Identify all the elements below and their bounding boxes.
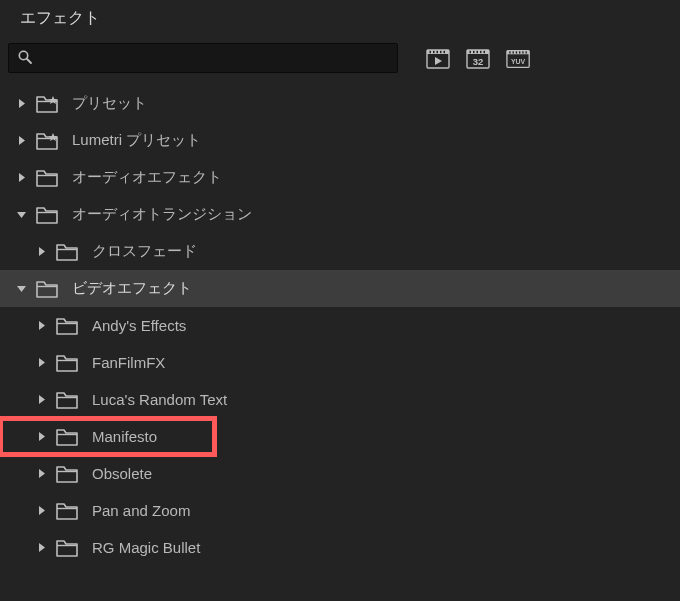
svg-marker-39: [17, 286, 26, 292]
32bit-icon[interactable]: 32: [466, 46, 492, 70]
folder-icon: [56, 243, 80, 261]
svg-marker-41: [39, 321, 45, 330]
svg-rect-20: [509, 51, 510, 53]
svg-rect-13: [473, 51, 475, 53]
tree-item-label: オーディオエフェクト: [72, 168, 222, 187]
svg-marker-45: [39, 395, 45, 404]
svg-rect-16: [484, 51, 486, 53]
tree-row[interactable]: Andy's Effects: [0, 307, 680, 344]
chevron-right-icon[interactable]: [34, 245, 48, 259]
tree-item-label: Obsolete: [92, 465, 152, 482]
svg-marker-43: [39, 358, 45, 367]
chevron-right-icon[interactable]: [14, 134, 28, 148]
chevron-right-icon[interactable]: [34, 430, 48, 444]
svg-rect-24: [522, 51, 523, 53]
svg-rect-12: [470, 51, 472, 53]
tree-row[interactable]: Pan and Zoom: [0, 492, 680, 529]
folder-icon: [56, 391, 80, 409]
folder-icon: [56, 465, 80, 483]
chevron-right-icon[interactable]: [34, 467, 48, 481]
svg-rect-15: [480, 51, 482, 53]
chevron-right-icon[interactable]: [14, 97, 28, 111]
effects-tree: プリセットLumetri プリセットオーディオエフェクトオーディオトランジション…: [0, 83, 680, 566]
tree-item-label: FanFilmFX: [92, 354, 165, 371]
svg-marker-30: [19, 136, 25, 145]
preset-folder-icon: [36, 132, 60, 150]
svg-rect-22: [516, 51, 517, 53]
folder-icon: [36, 206, 60, 224]
svg-marker-51: [39, 506, 45, 515]
toolbar-icons: 32 YUV: [426, 46, 532, 70]
svg-rect-23: [519, 51, 520, 53]
svg-rect-5: [433, 51, 435, 53]
chevron-right-icon[interactable]: [34, 393, 48, 407]
svg-text:32: 32: [473, 56, 484, 67]
svg-marker-27: [19, 99, 25, 108]
svg-marker-37: [39, 247, 45, 256]
tree-item-label: Lumetri プリセット: [72, 131, 201, 150]
tree-row[interactable]: FanFilmFX: [0, 344, 680, 381]
svg-rect-21: [513, 51, 514, 53]
tree-item-label: Luca's Random Text: [92, 391, 227, 408]
tree-item-label: クロスフェード: [92, 242, 197, 261]
svg-rect-25: [526, 51, 527, 53]
svg-line-1: [27, 59, 31, 63]
search-row: 32 YUV: [0, 39, 680, 83]
chevron-right-icon[interactable]: [14, 171, 28, 185]
chevron-right-icon[interactable]: [34, 356, 48, 370]
search-input[interactable]: [39, 50, 389, 66]
folder-icon: [56, 539, 80, 557]
search-box[interactable]: [8, 43, 398, 73]
tree-row[interactable]: オーディオエフェクト: [0, 159, 680, 196]
svg-marker-32: [49, 133, 58, 141]
svg-text:YUV: YUV: [511, 58, 526, 65]
svg-marker-9: [435, 57, 442, 65]
tree-item-label: Andy's Effects: [92, 317, 186, 334]
chevron-right-icon[interactable]: [34, 541, 48, 555]
tree-item-label: Manifesto: [92, 428, 157, 445]
search-icon: [17, 49, 33, 68]
chevron-right-icon[interactable]: [34, 504, 48, 518]
svg-rect-7: [440, 51, 442, 53]
tree-row[interactable]: オーディオトランジション: [0, 196, 680, 233]
tree-row[interactable]: プリセット: [0, 85, 680, 122]
folder-icon: [56, 428, 80, 446]
chevron-right-icon[interactable]: [34, 319, 48, 333]
folder-icon: [36, 169, 60, 187]
folder-icon: [36, 280, 60, 298]
svg-marker-47: [39, 432, 45, 441]
preset-folder-icon: [36, 95, 60, 113]
tree-row[interactable]: ビデオエフェクト: [0, 270, 680, 307]
svg-rect-4: [430, 51, 432, 53]
yuv-icon[interactable]: YUV: [506, 46, 532, 70]
folder-icon: [56, 354, 80, 372]
svg-rect-8: [444, 51, 446, 53]
folder-icon: [56, 317, 80, 335]
tree-row[interactable]: Manifesto: [0, 418, 215, 455]
panel-title: エフェクト: [0, 0, 680, 39]
chevron-down-icon[interactable]: [14, 282, 28, 296]
svg-marker-29: [49, 96, 58, 104]
svg-marker-35: [17, 212, 26, 218]
tree-item-label: オーディオトランジション: [72, 205, 252, 224]
tree-item-label: プリセット: [72, 94, 147, 113]
svg-marker-49: [39, 469, 45, 478]
tree-row[interactable]: Obsolete: [0, 455, 680, 492]
svg-rect-14: [477, 51, 479, 53]
accelerated-effects-icon[interactable]: [426, 46, 452, 70]
tree-item-label: Pan and Zoom: [92, 502, 190, 519]
tree-row[interactable]: Lumetri プリセット: [0, 122, 680, 159]
tree-item-label: ビデオエフェクト: [72, 279, 192, 298]
svg-marker-33: [19, 173, 25, 182]
tree-row[interactable]: クロスフェード: [0, 233, 680, 270]
tree-item-label: RG Magic Bullet: [92, 539, 200, 556]
svg-rect-6: [437, 51, 439, 53]
svg-marker-53: [39, 543, 45, 552]
folder-icon: [56, 502, 80, 520]
tree-row[interactable]: RG Magic Bullet: [0, 529, 680, 566]
tree-row[interactable]: Luca's Random Text: [0, 381, 680, 418]
chevron-down-icon[interactable]: [14, 208, 28, 222]
